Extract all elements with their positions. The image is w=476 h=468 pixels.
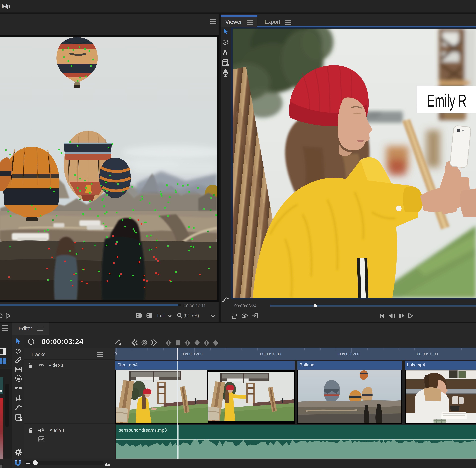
svg-text:Emily R: Emily R	[427, 91, 467, 111]
